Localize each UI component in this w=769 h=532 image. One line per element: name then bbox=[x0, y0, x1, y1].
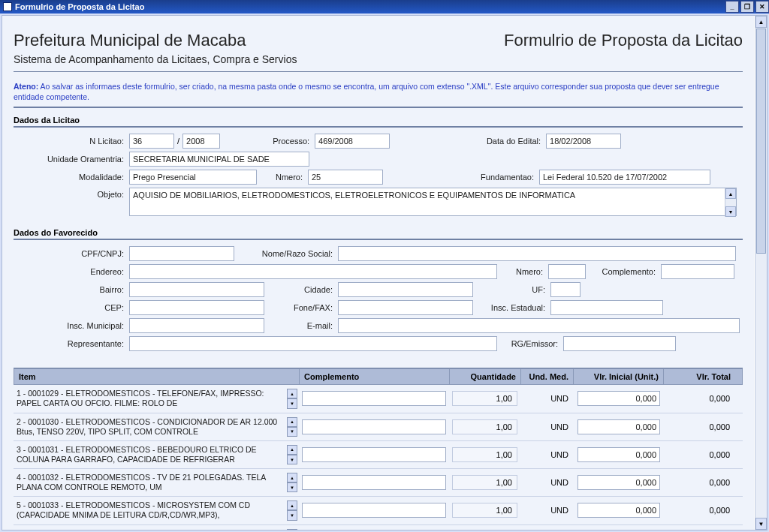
field-cep[interactable] bbox=[129, 300, 264, 315]
label-representante: Representante: bbox=[14, 339, 126, 348]
field-complemento-row[interactable] bbox=[302, 503, 446, 518]
field-vlr-inicial[interactable] bbox=[578, 475, 660, 490]
field-rg-emissor[interactable] bbox=[563, 336, 676, 351]
field-fundamentao[interactable] bbox=[539, 170, 710, 185]
field-vlr-inicial[interactable] bbox=[578, 391, 660, 406]
item-spinner[interactable]: ▲▼ bbox=[287, 389, 297, 408]
licitao-block: N Licitao: / Processo: Data do Edital: U… bbox=[14, 132, 743, 228]
spin-up-icon[interactable]: ▲ bbox=[287, 500, 297, 510]
col-quantidade: Quantidade bbox=[450, 369, 521, 384]
scroll-up-icon[interactable]: ▲ bbox=[755, 16, 767, 28]
field-vlr-inicial[interactable] bbox=[578, 447, 660, 462]
label-complemento: Complemento: bbox=[589, 267, 658, 276]
field-complemento-row[interactable] bbox=[302, 475, 446, 490]
field-email[interactable] bbox=[338, 318, 740, 333]
field-numero[interactable] bbox=[548, 264, 586, 279]
field-vlr-inicial[interactable] bbox=[578, 419, 660, 434]
close-button[interactable]: ✕ bbox=[755, 1, 769, 13]
titlebar: Formulrio de Proposta da Licitao _ ❐ ✕ bbox=[0, 0, 769, 14]
item-text: 3 - 0001031 - ELETRODOMESTICOS - BEBEDOU… bbox=[17, 445, 285, 464]
window: Formulrio de Proposta da Licitao _ ❐ ✕ P… bbox=[0, 0, 769, 532]
label-unidade: Unidade Oramentria: bbox=[14, 155, 126, 164]
cell-vlr-total: 0,000 bbox=[663, 471, 734, 494]
cell-item: 2 - 0001030 - ELETRODOMESTICOS - CONDICI… bbox=[14, 416, 299, 438]
main-scrollbar[interactable]: ▲ ▼ bbox=[755, 16, 767, 530]
col-vlr-total: Vlr. Total bbox=[664, 369, 735, 384]
restore-button[interactable]: ❐ bbox=[740, 1, 754, 13]
field-insc-estadual[interactable] bbox=[550, 300, 663, 315]
spin-up-icon[interactable]: ▲ bbox=[287, 473, 297, 482]
field-complemento[interactable] bbox=[661, 264, 734, 279]
cell-item: 3 - 0001031 - ELETRODOMESTICOS - BEBEDOU… bbox=[14, 443, 299, 466]
cell-complemento bbox=[299, 387, 449, 410]
spin-up-icon[interactable]: ▲ bbox=[287, 417, 297, 427]
cell-item: 6 - 0001034 - ELETRODOMESTICOS - REFRIGE… bbox=[14, 527, 299, 530]
field-representante[interactable] bbox=[129, 336, 497, 351]
items-grid: Item Complemento Quantidade Und. Med. Vl… bbox=[14, 368, 743, 530]
field-nmero[interactable] bbox=[308, 170, 383, 185]
table-row: 4 - 0001032 - ELETRODOMESTICOS - TV DE 2… bbox=[14, 469, 743, 497]
field-n-licitao-year[interactable] bbox=[182, 134, 220, 149]
field-cpf-cnpj[interactable] bbox=[129, 246, 234, 261]
field-vlr-inicial[interactable] bbox=[578, 503, 660, 518]
table-row: 6 - 0001034 - ELETRODOMESTICOS - REFRIGE… bbox=[14, 525, 743, 530]
field-n-licitao-num[interactable] bbox=[129, 134, 174, 149]
spin-up-icon[interactable]: ▲ bbox=[287, 389, 297, 398]
spin-down-icon[interactable]: ▼ bbox=[287, 482, 297, 492]
spin-down-icon[interactable]: ▼ bbox=[287, 455, 297, 464]
header-subtitle: Sistema de Acompanhamento da Licitaes, C… bbox=[14, 53, 743, 72]
app-icon bbox=[3, 2, 12, 11]
notice: Ateno: Ao salvar as informaes deste form… bbox=[14, 81, 743, 108]
scroll-thumb[interactable] bbox=[756, 29, 766, 254]
field-unidade[interactable] bbox=[129, 152, 309, 167]
spin-up-icon[interactable]: ▲ bbox=[287, 529, 297, 530]
item-text: 2 - 0001030 - ELETRODOMESTICOS - CONDICI… bbox=[17, 417, 285, 437]
field-complemento-row[interactable] bbox=[302, 419, 446, 434]
cell-complemento bbox=[299, 527, 449, 530]
spin-down-icon[interactable]: ▼ bbox=[287, 398, 297, 408]
field-cidade[interactable] bbox=[338, 282, 473, 297]
field-uf[interactable] bbox=[550, 282, 581, 297]
minimize-button[interactable]: _ bbox=[725, 1, 739, 13]
item-spinner[interactable]: ▲▼ bbox=[287, 417, 297, 437]
cell-vlr-total: 0,000 bbox=[663, 443, 734, 466]
header-right: Formulrio de Proposta da Licitao bbox=[504, 31, 743, 50]
label-cep: CEP: bbox=[14, 303, 126, 312]
item-spinner[interactable]: ▲▼ bbox=[287, 445, 297, 464]
item-spinner[interactable]: ▲▼ bbox=[287, 529, 297, 530]
item-spinner[interactable]: ▲▼ bbox=[287, 500, 297, 520]
value-quantidade: 1,00 bbox=[452, 419, 517, 434]
label-insc-estadual: Insc. Estadual: bbox=[476, 303, 547, 312]
label-endereco: Endereo: bbox=[14, 267, 126, 276]
field-endereco[interactable] bbox=[129, 264, 497, 279]
field-nome[interactable] bbox=[338, 246, 736, 261]
field-modalidade[interactable] bbox=[129, 170, 257, 185]
field-processo[interactable] bbox=[315, 134, 390, 149]
field-complemento-row[interactable] bbox=[302, 391, 446, 406]
table-row: 1 - 0001029 - ELETRODOMESTICOS - TELEFON… bbox=[14, 385, 743, 413]
scroll-down-icon[interactable]: ▼ bbox=[725, 206, 736, 217]
field-objeto[interactable] bbox=[129, 188, 737, 216]
scroll-down-icon[interactable]: ▼ bbox=[755, 518, 767, 530]
col-und-med: Und. Med. bbox=[521, 369, 574, 384]
spin-down-icon[interactable]: ▼ bbox=[287, 427, 297, 437]
item-spinner[interactable]: ▲▼ bbox=[287, 473, 297, 492]
scroll-up-icon[interactable]: ▲ bbox=[725, 188, 736, 199]
cell-quantidade: 1,00 bbox=[449, 443, 520, 466]
cell-item: 1 - 0001029 - ELETRODOMESTICOS - TELEFON… bbox=[14, 387, 299, 410]
field-fonefax[interactable] bbox=[338, 300, 473, 315]
spin-up-icon[interactable]: ▲ bbox=[287, 445, 297, 455]
grid-body: 1 - 0001029 - ELETRODOMESTICOS - TELEFON… bbox=[14, 385, 743, 530]
grid-header: Item Complemento Quantidade Und. Med. Vl… bbox=[14, 368, 743, 385]
table-row: 2 - 0001030 - ELETRODOMESTICOS - CONDICI… bbox=[14, 413, 743, 441]
content-wrap: Prefeitura Municipal de Macaba Formulrio… bbox=[2, 15, 767, 530]
field-bairro[interactable] bbox=[129, 282, 264, 297]
field-data-edital[interactable] bbox=[546, 134, 621, 149]
cell-complemento bbox=[299, 499, 449, 521]
field-insc-municipal[interactable] bbox=[129, 318, 264, 333]
label-nmero: Nmero: bbox=[260, 173, 305, 182]
spin-down-icon[interactable]: ▼ bbox=[287, 510, 297, 520]
objeto-scrollbar[interactable]: ▲ ▼ bbox=[725, 188, 736, 217]
field-complemento-row[interactable] bbox=[302, 447, 446, 462]
cell-complemento bbox=[299, 471, 449, 494]
